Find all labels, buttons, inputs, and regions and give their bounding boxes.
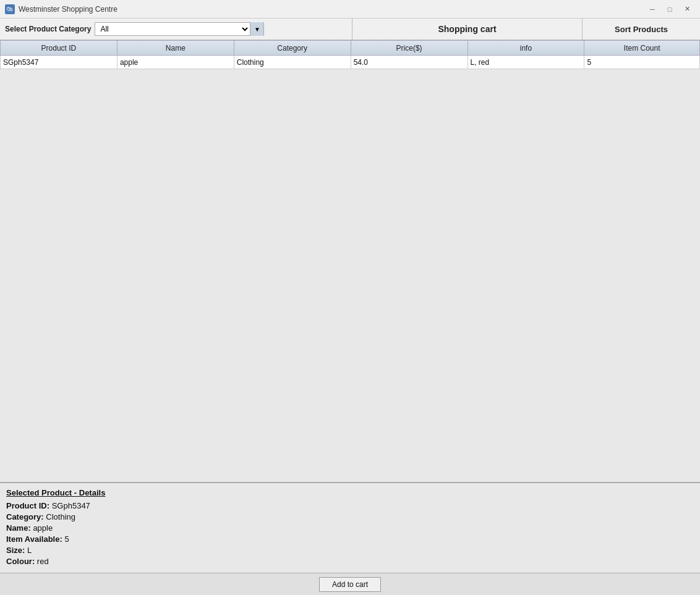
details-product-id-value: SGph5347 <box>52 501 90 510</box>
col-header-product-id: Product ID <box>1 41 117 56</box>
col-header-category: Category <box>234 41 351 56</box>
col-header-item-count: Item Count <box>584 41 700 56</box>
details-category-value: Clothing <box>46 512 75 521</box>
details-category-label: Category: <box>6 512 44 521</box>
table-body: SGph5347 apple Clothing 54.0 L, red 5 <box>1 56 700 69</box>
title-bar: 🛍 Westminster Shopping Centre ─ □ ✕ <box>0 0 700 19</box>
details-title: Selected Product - Details <box>6 488 694 497</box>
col-header-info: info <box>467 41 584 56</box>
details-item-available: Item Available: 5 <box>6 534 694 544</box>
minimize-button[interactable]: ─ <box>644 3 660 15</box>
add-to-cart-button[interactable]: Add to cart <box>319 577 381 592</box>
details-size: Size: L <box>6 546 694 555</box>
products-table: Product ID Name Category Price($) info I… <box>0 40 700 69</box>
table-header-row: Product ID Name Category Price($) info I… <box>1 41 700 56</box>
category-label: Select Product Category <box>5 25 91 33</box>
window-title: Westminster Shopping Centre <box>19 5 644 14</box>
details-item-available-label: Item Available: <box>6 534 62 544</box>
category-select-wrapper[interactable]: All Clothing Electronics Food Furniture … <box>95 22 264 36</box>
add-to-cart-bar: Add to cart <box>0 573 700 595</box>
details-colour-value: red <box>37 557 49 566</box>
app-icon: 🛍 <box>5 4 15 14</box>
sort-products-label: Sort Products <box>615 25 668 34</box>
col-header-price: Price($) <box>351 41 467 56</box>
toolbar: Select Product Category All Clothing Ele… <box>0 19 700 40</box>
cell-item-count: 5 <box>584 56 700 69</box>
cell-price: 54.0 <box>351 56 467 69</box>
details-name: Name: apple <box>6 523 694 533</box>
details-name-label: Name: <box>6 523 31 533</box>
table-row[interactable]: SGph5347 apple Clothing 54.0 L, red 5 <box>1 56 700 69</box>
cell-category: Clothing <box>234 56 351 69</box>
cell-name: apple <box>117 56 234 69</box>
details-product-id-label: Product ID: <box>6 501 49 510</box>
details-panel: Selected Product - Details Product ID: S… <box>0 483 700 573</box>
table-container: Product ID Name Category Price($) info I… <box>0 40 700 482</box>
cell-info: L, red <box>467 56 584 69</box>
dropdown-arrow-icon[interactable]: ▼ <box>250 22 263 36</box>
details-category: Category: Clothing <box>6 512 694 521</box>
details-name-value: apple <box>33 523 53 533</box>
window-controls: ─ □ ✕ <box>644 3 695 15</box>
category-select[interactable]: All Clothing Electronics Food Furniture <box>95 23 250 35</box>
main-content: Product ID Name Category Price($) info I… <box>0 40 700 482</box>
close-button[interactable]: ✕ <box>679 3 695 15</box>
details-colour-label: Colour: <box>6 557 35 566</box>
shopping-cart-section: Shopping cart <box>352 19 583 40</box>
shopping-cart-label: Shopping cart <box>438 24 496 34</box>
cell-product-id: SGph5347 <box>1 56 117 69</box>
col-header-name: Name <box>117 41 234 56</box>
details-product-id: Product ID: SGph5347 <box>6 501 694 510</box>
details-colour: Colour: red <box>6 557 694 566</box>
details-item-available-value: 5 <box>64 534 69 544</box>
category-section: Select Product Category All Clothing Ele… <box>0 19 352 40</box>
details-size-label: Size: <box>6 546 25 555</box>
maximize-button[interactable]: □ <box>662 3 678 15</box>
details-size-value: L <box>27 546 32 555</box>
sort-products-section: Sort Products <box>583 19 700 40</box>
